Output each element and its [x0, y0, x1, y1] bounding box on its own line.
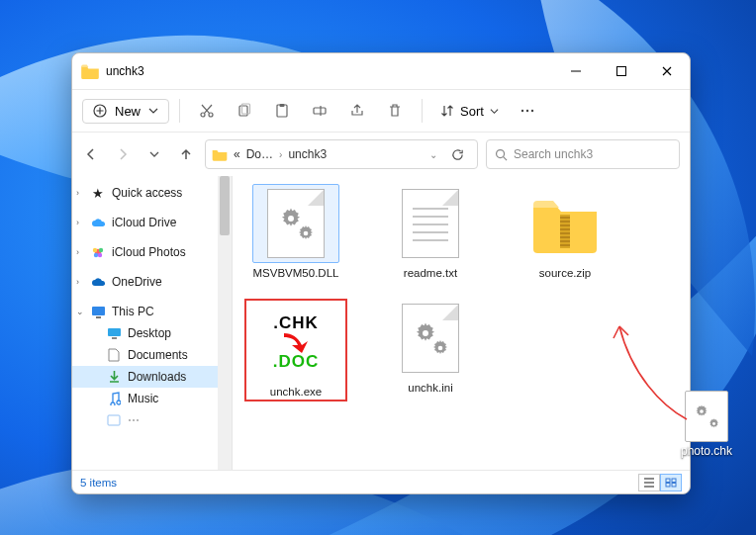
recent-locations-button[interactable] [145, 145, 163, 163]
nav-icloud-photos[interactable]: ›iCloud Photos [72, 241, 232, 263]
svg-point-41 [700, 409, 704, 413]
cut-button[interactable] [190, 96, 224, 126]
close-button[interactable] [644, 53, 690, 89]
nav-label: Documents [128, 348, 188, 362]
file-label: readme.txt [404, 267, 457, 279]
svg-point-10 [521, 110, 523, 112]
folder-icon [212, 147, 228, 161]
nav-onedrive[interactable]: ›OneDrive [72, 271, 232, 293]
trash-icon [387, 103, 403, 119]
new-button-label: New [115, 104, 141, 119]
svg-point-24 [288, 216, 294, 222]
file-thumbnail [387, 299, 474, 378]
pictures-icon [106, 412, 122, 428]
onedrive-icon [90, 274, 106, 290]
file-item[interactable]: .CHK .DOC unchk.exe [244, 299, 347, 401]
file-label: MSVBVM50.DLL [253, 267, 339, 279]
svg-point-4 [209, 113, 213, 117]
svg-point-25 [304, 231, 309, 236]
nav-downloads[interactable]: Downloads [72, 366, 232, 388]
svg-point-12 [531, 110, 533, 112]
desktop-file-photo-chk[interactable]: photo.chk [681, 391, 732, 458]
nav-icloud-drive[interactable]: ›iCloud Drive [72, 212, 232, 233]
details-view-button[interactable] [638, 474, 660, 491]
window-body: ›★Quick access ›iCloud Drive ›iCloud Pho… [72, 176, 690, 470]
chk-file-icon [685, 391, 728, 442]
files-area[interactable]: MSVBVM50.DLL readme.txt source.zip .CHK … [233, 176, 690, 470]
copy-icon [236, 103, 252, 119]
address-bar[interactable]: « Do… › unchk3 ⌄ [205, 139, 478, 169]
breadcrumb-1[interactable]: Do… [246, 147, 273, 161]
downloads-icon [106, 369, 122, 385]
file-item[interactable]: source.zip [514, 184, 616, 279]
paste-button[interactable] [265, 96, 299, 126]
nav-label: ⋯ [128, 413, 140, 427]
share-button[interactable] [340, 96, 374, 126]
nav-label: Quick access [112, 186, 182, 200]
address-row: « Do… › unchk3 ⌄ Search unchk3 [72, 133, 690, 176]
toolbar-separator [422, 99, 423, 123]
file-item[interactable]: unchk.ini [379, 299, 482, 401]
delete-button[interactable] [378, 96, 412, 126]
svg-rect-32 [560, 236, 570, 238]
sort-button-label: Sort [460, 104, 484, 119]
forward-button[interactable] [114, 145, 132, 163]
minimize-button[interactable] [553, 53, 599, 89]
svg-rect-20 [96, 316, 101, 318]
breadcrumb-prefix: « [234, 147, 240, 161]
icons-view-button[interactable] [660, 474, 682, 491]
copy-button[interactable] [228, 96, 261, 126]
rename-button[interactable] [303, 96, 336, 126]
back-button[interactable] [82, 145, 100, 163]
file-item[interactable]: MSVBVM50.DLL [244, 184, 347, 279]
nav-music[interactable]: Music [72, 388, 232, 409]
svg-rect-34 [560, 244, 570, 246]
svg-rect-21 [108, 328, 121, 336]
svg-rect-19 [92, 307, 105, 315]
nav-label: Downloads [128, 370, 186, 384]
nav-scrollbar[interactable] [218, 176, 232, 470]
svg-rect-23 [108, 415, 120, 425]
documents-icon [106, 347, 122, 363]
chevron-down-icon[interactable]: ⌄ [429, 149, 437, 160]
titlebar: unchk3 [72, 53, 690, 89]
nav-documents[interactable]: Documents [72, 344, 232, 366]
scissors-icon [199, 103, 215, 119]
nav-desktop[interactable]: Desktop [72, 322, 232, 344]
up-button[interactable] [177, 145, 195, 163]
more-button[interactable] [511, 96, 544, 126]
svg-rect-28 [560, 221, 570, 223]
nav-pictures[interactable]: ⋯ [72, 409, 232, 431]
desktop-file-label: photo.chk [681, 444, 732, 458]
svg-rect-8 [280, 104, 285, 107]
explorer-window: unchk3 New Sort [71, 52, 691, 494]
search-placeholder: Search unchk3 [514, 147, 593, 161]
nav-quick-access[interactable]: ›★Quick access [72, 182, 232, 204]
sort-button[interactable]: Sort [432, 100, 507, 123]
svg-rect-33 [560, 240, 570, 242]
file-thumbnail: .CHK .DOC [252, 303, 339, 382]
ellipsis-icon [520, 103, 535, 119]
rename-icon [312, 103, 328, 119]
maximize-button[interactable] [599, 53, 644, 89]
svg-point-36 [438, 346, 443, 351]
breadcrumb-2[interactable]: unchk3 [288, 147, 327, 161]
chevron-down-icon [490, 107, 499, 116]
file-item[interactable]: readme.txt [379, 184, 482, 279]
svg-rect-40 [672, 483, 676, 487]
svg-point-15 [93, 248, 97, 252]
search-box[interactable]: Search unchk3 [486, 139, 680, 169]
svg-point-11 [526, 110, 528, 112]
svg-rect-27 [560, 217, 570, 219]
plus-circle-icon [93, 104, 107, 118]
svg-rect-29 [560, 224, 570, 226]
chevron-right-icon: › [279, 149, 282, 160]
window-controls [553, 53, 690, 89]
nav-this-pc[interactable]: ⌄This PC [72, 301, 232, 322]
desktop-icon [106, 325, 122, 341]
scrollbar-thumb[interactable] [220, 176, 230, 235]
refresh-button[interactable] [443, 148, 471, 161]
new-button[interactable]: New [82, 99, 169, 124]
svg-rect-26 [560, 215, 570, 248]
file-label: source.zip [539, 267, 591, 279]
